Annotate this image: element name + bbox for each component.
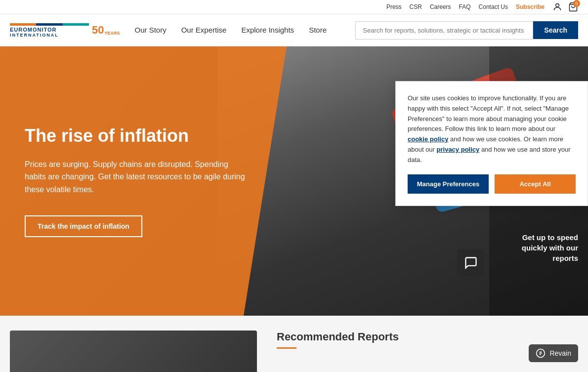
cart-icon[interactable]: 0 (568, 2, 578, 12)
cookie-buttons: Manage Preferences Accept All (408, 174, 576, 194)
revain-badge: Revain (529, 344, 578, 362)
nav-store[interactable]: Store (309, 26, 327, 34)
hero-right-link-3[interactable]: Get up to speed quickly with our reports (499, 232, 578, 263)
hero-title: The rise of inflation (25, 125, 247, 146)
bottom-section: Recommended Reports (0, 316, 588, 372)
privacy-policy-link[interactable]: privacy policy (437, 146, 480, 153)
search-button[interactable]: Search (533, 21, 578, 39)
logo-years: 50 (92, 24, 104, 37)
contact-link[interactable]: Contact Us (479, 3, 508, 10)
svg-point-0 (556, 3, 559, 7)
main-nav: EUROMONITOR INTERNATIONAL 50 YEARS Our S… (0, 14, 588, 46)
recommended-underline (277, 347, 296, 349)
hero-orange-panel: The rise of inflation Prices are surging… (0, 46, 287, 316)
top-bar: Press CSR Careers FAQ Contact Us Subscri… (0, 0, 588, 14)
logo-years-label: YEARS (104, 31, 120, 36)
top-bar-icons: 0 (552, 2, 578, 12)
revain-icon (536, 348, 546, 358)
manage-preferences-button[interactable]: Manage Preferences (408, 174, 489, 194)
chat-icon[interactable] (457, 249, 484, 276)
search-area: Search (355, 21, 578, 40)
cookie-banner: Our site uses cookies to improve functio… (395, 81, 588, 206)
bottom-image (10, 331, 257, 372)
site-logo: EUROMONITOR INTERNATIONAL 50 YEARS (10, 23, 120, 38)
user-icon[interactable] (552, 2, 562, 12)
accept-all-button[interactable]: Accept All (495, 174, 576, 194)
logo-line2: INTERNATIONAL (10, 33, 89, 38)
hero-section: The rise of inflation Prices are surging… (0, 46, 588, 316)
cart-badge: 0 (573, 0, 580, 7)
revain-label: Revain (549, 349, 571, 357)
hero-subtitle: Prices are surging. Supply chains are di… (25, 158, 247, 196)
cookie-text: Our site uses cookies to improve functio… (408, 93, 576, 165)
press-link[interactable]: Press (386, 3, 402, 10)
logo-line1: EUROMONITOR (10, 27, 89, 33)
recommended-title: Recommended Reports (277, 331, 578, 343)
csr-link[interactable]: CSR (410, 3, 422, 10)
cookie-policy-link[interactable]: cookie policy (408, 135, 448, 143)
search-input[interactable] (355, 21, 533, 40)
nav-links: Our Story Our Expertise Explore Insights… (135, 26, 356, 35)
faq-link[interactable]: FAQ (459, 3, 471, 10)
nav-our-expertise[interactable]: Our Expertise (181, 26, 227, 34)
logo-text: EUROMONITOR INTERNATIONAL (10, 23, 89, 38)
hero-cta-button[interactable]: Track the impact of inflation (25, 215, 142, 237)
subscribe-link[interactable]: Subscribe (516, 3, 545, 10)
careers-link[interactable]: Careers (430, 3, 451, 10)
nav-explore-insights[interactable]: Explore Insights (241, 26, 294, 34)
nav-our-story[interactable]: Our Story (135, 26, 167, 34)
